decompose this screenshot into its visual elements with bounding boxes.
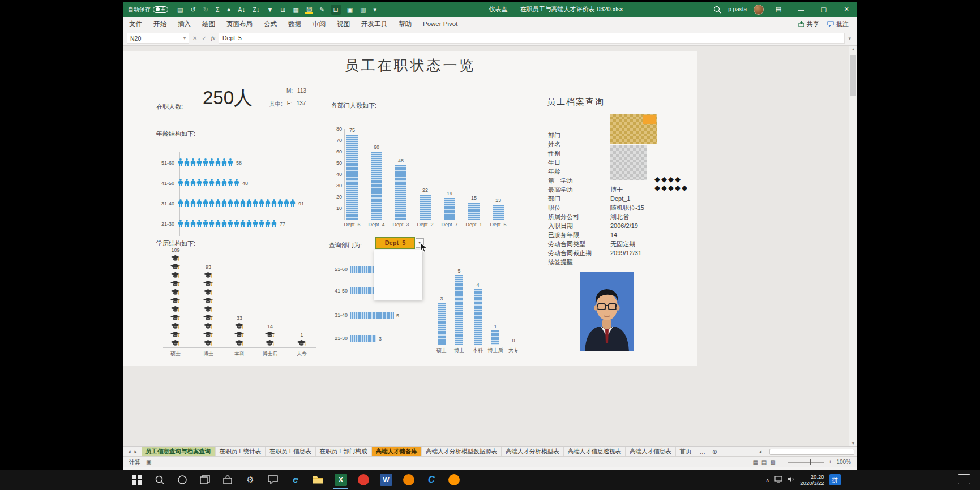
ribbon-tab-review[interactable]: 审阅: [307, 17, 331, 31]
query-age-bar[interactable]: [350, 335, 376, 342]
taskbar-settings-icon[interactable]: ⚙: [239, 470, 262, 490]
sheet-tab-onjob-stats[interactable]: 在职员工统计表: [216, 447, 266, 456]
dept-bar[interactable]: [468, 203, 480, 220]
qat-undo-icon[interactable]: ↺: [189, 5, 196, 15]
taskbar-task-view-icon[interactable]: [194, 470, 216, 490]
ribbon-tab-page-layout[interactable]: 页面布局: [221, 17, 258, 31]
page-break-view-icon[interactable]: ▧: [770, 459, 775, 465]
qat-fill-color-icon[interactable]: ▨: [305, 5, 313, 14]
qat-record-macro-icon[interactable]: ●: [226, 5, 232, 15]
dept-bar[interactable]: [444, 198, 455, 220]
qat-save-icon[interactable]: ▤: [176, 5, 184, 15]
qat-view-toggle-icon[interactable]: ⊡: [331, 5, 341, 15]
qat-borders-icon[interactable]: ⊞: [279, 5, 286, 15]
dept-bar[interactable]: [395, 165, 406, 220]
ribbon-tab-help[interactable]: 帮助: [393, 17, 417, 31]
dept-bar[interactable]: [493, 205, 504, 220]
autosave-toggle[interactable]: 自动保存 关: [123, 6, 173, 14]
name-box[interactable]: N20 ▾: [127, 33, 189, 44]
formula-expand-icon[interactable]: ▾: [848, 36, 853, 41]
ribbon-tab-home[interactable]: 开始: [148, 17, 172, 31]
tray-chevron-up-icon[interactable]: ∧: [765, 477, 769, 483]
ribbon-tab-insert[interactable]: 插入: [172, 17, 196, 31]
sheet-tab-home[interactable]: 首页: [676, 447, 696, 456]
taskbar-file-explorer-icon[interactable]: [307, 470, 329, 490]
qat-autosum-icon[interactable]: Σ: [215, 5, 221, 15]
dropdown-popup[interactable]: [374, 250, 422, 300]
taskbar-search-icon[interactable]: [148, 470, 171, 490]
scroll-up-icon[interactable]: ▲: [849, 47, 857, 51]
taskbar-app-red-icon[interactable]: [352, 470, 375, 490]
close-button[interactable]: ✕: [838, 6, 854, 13]
query-edu-bar[interactable]: [491, 330, 499, 345]
search-icon[interactable]: [713, 6, 721, 14]
zoom-out-icon[interactable]: −: [780, 459, 784, 465]
horizontal-scrollbar[interactable]: [769, 449, 854, 455]
query-dept-dropdown[interactable]: Dept_5: [375, 237, 415, 249]
query-edu-bar[interactable]: [455, 275, 463, 345]
qat-format-painter-icon[interactable]: ✎: [318, 5, 326, 15]
zoom-in-icon[interactable]: +: [829, 459, 832, 465]
sheet-tab-talent-pivot[interactable]: 高端人才信息透视表: [564, 447, 626, 456]
monitor-icon[interactable]: [774, 475, 782, 485]
hscroll-left-icon[interactable]: ◂: [754, 449, 766, 454]
taskbar-word-icon[interactable]: W: [375, 470, 397, 490]
taskbar-firefox-icon[interactable]: [443, 470, 465, 490]
sheet-tab-talent-model-source[interactable]: 高端人才分析模型数据源表: [422, 447, 502, 456]
vertical-scroll-thumb[interactable]: [850, 55, 856, 96]
taskbar-excel-icon[interactable]: X: [329, 470, 352, 490]
sheet-tab-talent-pool[interactable]: 高端人才储备库: [372, 447, 422, 456]
qat-sort-desc-icon[interactable]: Z↓: [251, 5, 260, 15]
share-button[interactable]: 共享: [798, 20, 819, 28]
normal-view-icon[interactable]: ▦: [752, 459, 758, 465]
sheet-tab-talent-model[interactable]: 高端人才分析模型表: [502, 447, 564, 456]
zoom-level[interactable]: 100%: [836, 459, 851, 465]
query-education-chart[interactable]: 3硕士5博士4本科1博士后0大专: [435, 262, 531, 355]
avatar[interactable]: [754, 5, 764, 15]
taskbar-cortana-icon[interactable]: [171, 470, 194, 490]
enter-icon[interactable]: ✓: [202, 35, 206, 41]
dept-bar[interactable]: [371, 152, 382, 220]
page-layout-view-icon[interactable]: ▤: [761, 459, 767, 465]
zoom-slider-thumb[interactable]: [810, 459, 811, 465]
sheet-prev-icon[interactable]: ◂: [128, 449, 131, 454]
scroll-down-icon[interactable]: ▼: [849, 441, 857, 445]
sheet-tab-onjob-info[interactable]: 在职员工信息表: [266, 447, 316, 456]
ribbon-tab-file[interactable]: 文件: [123, 17, 148, 31]
minimize-button[interactable]: —: [793, 6, 809, 13]
query-edu-bar[interactable]: [438, 303, 446, 345]
touch-keyboard-icon[interactable]: [958, 474, 970, 484]
dept-bar[interactable]: [420, 195, 431, 220]
sheet-tab-info-archive-query[interactable]: 员工信息查询与档案查询: [142, 447, 216, 456]
add-sheet-icon[interactable]: ⊕: [709, 447, 721, 456]
formula-input[interactable]: Dept_5: [219, 33, 845, 44]
taskbar-app-orange-icon[interactable]: [397, 470, 420, 490]
user-name[interactable]: p pasta: [728, 6, 747, 12]
taskbar-store-icon[interactable]: [216, 470, 239, 490]
macro-record-icon[interactable]: ▣: [146, 459, 151, 465]
query-age-bar[interactable]: [350, 312, 394, 319]
dept-headcount-chart[interactable]: 807060504030201075Dept. 660Dept. 448Dept…: [332, 125, 519, 233]
qat-switch-windows-icon[interactable]: ▣: [346, 5, 354, 15]
taskbar-edge-icon[interactable]: e: [284, 470, 307, 490]
taskbar-start-icon[interactable]: [126, 470, 148, 490]
cancel-icon[interactable]: ✕: [192, 35, 197, 41]
sheet-tab-onjob-dept[interactable]: 在职员工部门构成: [316, 447, 372, 456]
qat-customize-toolbar-icon[interactable]: ▾: [373, 5, 378, 15]
clock[interactable]: 20:20 2020/3/22: [800, 474, 824, 486]
name-box-arrow-icon[interactable]: ▾: [183, 36, 186, 41]
taskbar-vscode-icon[interactable]: C: [420, 470, 443, 490]
qat-redo-icon[interactable]: ↻: [202, 5, 209, 15]
sheet-area[interactable]: 员工在职状态一览 在职人数: 250人 M:113 其中:F:137 年龄结构如…: [123, 46, 857, 446]
vertical-scrollbar[interactable]: ▲ ▼: [849, 46, 857, 446]
ribbon-tab-developer[interactable]: 开发工具: [356, 17, 393, 31]
qat-sort-asc-icon[interactable]: A↓: [237, 5, 246, 15]
maximize-button[interactable]: ▢: [816, 6, 832, 13]
query-edu-bar[interactable]: [474, 289, 482, 345]
sheet-tab-talent-info[interactable]: 高端人才信息表: [626, 447, 676, 456]
ime-indicator[interactable]: 拼: [829, 474, 841, 485]
sheet-next-icon[interactable]: ▸: [135, 449, 138, 454]
taskbar-chat-icon[interactable]: [262, 470, 284, 490]
qat-table-icon[interactable]: ▦: [292, 5, 300, 15]
volume-icon[interactable]: [788, 475, 795, 485]
